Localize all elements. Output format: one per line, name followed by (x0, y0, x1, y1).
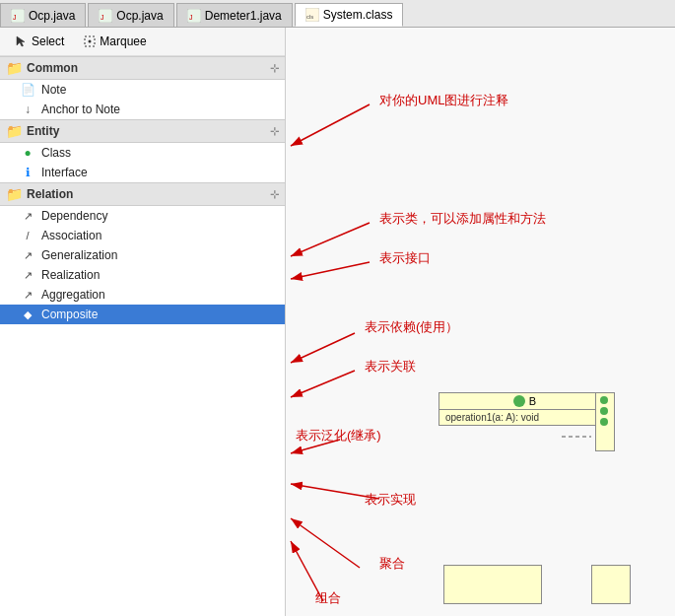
section-relation-left: 📁 Relation (6, 186, 73, 202)
section-relation-label: Relation (27, 187, 73, 201)
palette-item-dependency[interactable]: ↗ Dependency (0, 206, 285, 226)
svg-line-20 (291, 541, 323, 601)
marquee-tool[interactable]: Marquee (76, 32, 154, 51)
uml-class-b-name: B (529, 395, 536, 407)
svg-line-19 (291, 518, 360, 568)
palette-item-composite[interactable]: ◆ Composite (0, 305, 285, 324)
svg-text:J: J (101, 14, 104, 21)
tab-system[interactable]: cls System.class (295, 3, 404, 27)
right-dot-3 (600, 418, 608, 426)
palette-item-interface[interactable]: ℹ Interface (0, 163, 285, 182)
palette-item-association[interactable]: / Association (0, 226, 285, 245)
palette-item-class-label: Class (41, 146, 71, 160)
svg-line-15 (291, 333, 355, 363)
section-entity-header[interactable]: 📁 Entity ⊹ (0, 119, 285, 143)
pin-icon-relation: ⊹ (270, 188, 279, 201)
diagram-area: 对你的UML图进行注释 表示类，可以添加属性和方法 表示接口 表示依赖(使用） … (286, 28, 675, 616)
tab-label: Ocp.java (29, 9, 75, 23)
anchor-icon: ↓ (20, 103, 35, 116)
palette-toolbar: Select Marquee (0, 28, 285, 56)
marquee-icon (84, 35, 96, 47)
palette-item-anchor[interactable]: ↓ Anchor to Note (0, 100, 285, 119)
svg-text:J: J (189, 14, 193, 21)
svg-point-10 (89, 40, 92, 43)
uml-class-b-body: operation1(a: A): void (439, 410, 610, 425)
uml-class-b-method: operation1(a: A): void (445, 412, 539, 423)
select-tool[interactable]: Select (8, 32, 72, 51)
java-icon3: J (187, 9, 201, 23)
annotation-realization: 表示实现 (365, 491, 416, 509)
palette-item-generalization[interactable]: ↗ Generalization (0, 245, 285, 265)
tab-label: System.class (323, 8, 393, 22)
marquee-label: Marquee (100, 34, 146, 48)
section-entity-label: Entity (27, 124, 59, 138)
palette-item-anchor-label: Anchor to Note (41, 103, 120, 116)
uml-class-b: B operation1(a: A): void (439, 392, 611, 426)
uml-bottom-box-2 (591, 565, 631, 604)
svg-line-13 (291, 223, 370, 256)
palette-sidebar: Select Marquee 📁 Common ⊹ 📄 Note ↓ Ancho… (0, 28, 286, 616)
generalization-arrow-icon: ↗ (20, 249, 35, 262)
palette-item-interface-label: Interface (41, 166, 88, 179)
palette-item-realization[interactable]: ↗ Realization (0, 265, 285, 285)
palette-item-class[interactable]: ● Class (0, 143, 285, 163)
section-common-header[interactable]: 📁 Common ⊹ (0, 56, 285, 80)
folder-icon-relation: 📁 (6, 186, 23, 202)
select-icon (16, 35, 28, 47)
svg-line-16 (291, 371, 355, 397)
annotation-interface: 表示接口 (379, 249, 431, 267)
tab-label: Ocp.java (116, 9, 163, 23)
palette-item-association-label: Association (41, 229, 101, 242)
svg-marker-8 (17, 36, 25, 46)
right-dot-1 (600, 396, 608, 404)
association-arrow-icon: / (20, 230, 35, 241)
composite-arrow-icon: ◆ (20, 308, 35, 321)
palette-item-generalization-label: Generalization (41, 248, 117, 262)
svg-line-18 (291, 484, 379, 499)
tab-ocp1[interactable]: J Ocp.java (0, 3, 86, 27)
annotation-note: 对你的UML图进行注释 (379, 92, 508, 109)
palette-item-realization-label: Realization (41, 268, 100, 282)
palette-item-composite-label: Composite (41, 308, 98, 321)
svg-text:J: J (13, 14, 17, 21)
tab-label: Demeter1.java (205, 9, 282, 23)
class-green-circle-icon: ● (20, 146, 35, 160)
tab-demeter[interactable]: J Demeter1.java (176, 3, 293, 27)
svg-line-17 (291, 440, 340, 453)
section-entity-left: 📁 Entity (6, 123, 59, 139)
dependency-arrow-icon: ↗ (20, 210, 35, 223)
folder-icon-entity: 📁 (6, 123, 23, 139)
tab-ocp2[interactable]: J Ocp.java (88, 3, 173, 27)
svg-text:cls: cls (306, 14, 313, 20)
main-layout: Select Marquee 📁 Common ⊹ 📄 Note ↓ Ancho… (0, 28, 675, 616)
section-relation-header[interactable]: 📁 Relation ⊹ (0, 182, 285, 206)
annotation-association: 表示关联 (365, 358, 416, 376)
uml-bottom-box-1 (443, 565, 542, 604)
annotation-generalization: 表示泛化(继承) (296, 427, 381, 445)
pin-icon-common: ⊹ (270, 62, 279, 75)
aggregation-arrow-icon: ↗ (20, 289, 35, 302)
java-icon2: J (99, 9, 112, 23)
right-dot-2 (600, 407, 608, 415)
interface-circle-icon: ℹ (20, 166, 35, 179)
select-label: Select (32, 34, 64, 48)
annotation-arrows (286, 28, 675, 616)
annotation-class: 表示类，可以添加属性和方法 (379, 210, 546, 228)
palette-item-note[interactable]: 📄 Note (0, 80, 285, 100)
realization-arrow-icon: ↗ (20, 269, 35, 282)
svg-line-14 (291, 262, 370, 279)
folder-icon-common: 📁 (6, 60, 23, 76)
annotation-layer: 对你的UML图进行注释 表示类，可以添加属性和方法 表示接口 表示依赖(使用） … (286, 28, 675, 616)
section-common-left: 📁 Common (6, 60, 78, 76)
class-green-dot-icon (513, 395, 525, 407)
svg-line-12 (291, 104, 370, 146)
uml-class-b-header: B (439, 393, 610, 410)
palette-item-aggregation-label: Aggregation (41, 288, 105, 302)
palette-item-note-label: Note (41, 83, 66, 97)
uml-right-dots (596, 393, 614, 429)
java-icon: J (11, 9, 25, 23)
uml-right-element (595, 392, 615, 451)
annotation-dependency: 表示依赖(使用） (365, 318, 458, 336)
palette-item-aggregation[interactable]: ↗ Aggregation (0, 285, 285, 305)
annotation-composite: 组合 (315, 589, 341, 607)
